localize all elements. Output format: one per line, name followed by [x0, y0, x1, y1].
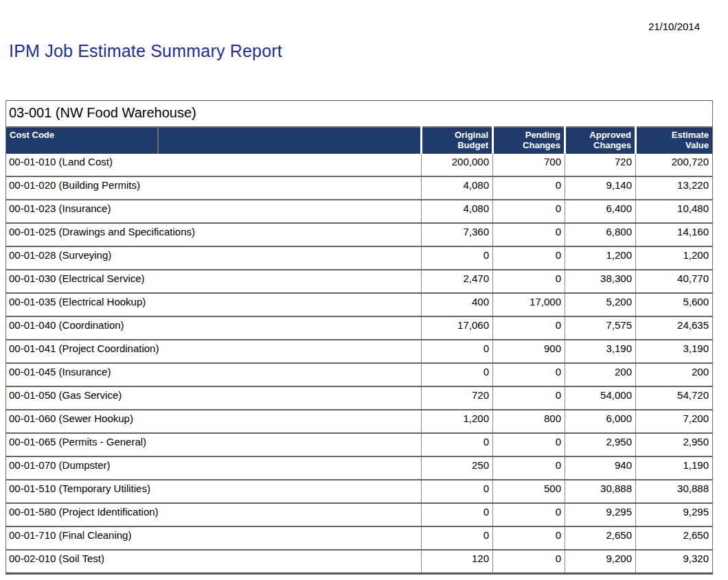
pending-changes-cell: 0	[493, 316, 565, 340]
pending-changes-cell: 0	[493, 246, 565, 270]
pending-changes-cell: 0	[493, 176, 565, 200]
approved-changes-cell: 6,400	[565, 200, 636, 223]
cost-code-cell: 00-01-070 (Dumpster)	[6, 456, 422, 480]
estimate-value-cell: 5,600	[636, 293, 713, 316]
approved-changes-cell: 720	[565, 154, 636, 176]
estimate-value-cell: 2,950	[636, 433, 713, 456]
cost-code-cell: 00-01-510 (Temporary Utilities)	[6, 480, 422, 503]
original-budget-cell: 0	[422, 480, 493, 503]
cost-code-cell: 00-01-041 (Project Coordination)	[6, 340, 422, 363]
cost-code-cell: 00-01-020 (Building Permits)	[6, 176, 422, 200]
pending-changes-cell: 700	[493, 154, 565, 176]
original-budget-cell: 17,060	[422, 316, 493, 340]
approved-changes-cell: 6,800	[565, 223, 636, 246]
table-row: 00-01-510 (Temporary Utilities) 0 500 30…	[6, 480, 713, 503]
approved-changes-cell: 30,888	[565, 480, 636, 503]
pending-changes-cell: 800	[493, 410, 565, 433]
table-row: 00-01-060 (Sewer Hookup) 1,200 800 6,000…	[6, 410, 713, 433]
estimate-value-cell: 1,200	[636, 246, 713, 270]
cost-code-cell: 00-01-040 (Coordination)	[6, 316, 422, 340]
pending-changes-cell: 0	[493, 503, 565, 526]
table-row: 00-01-040 (Coordination) 17,060 0 7,575 …	[6, 316, 713, 340]
job-header-row: 03-001 (NW Food Warehouse)	[6, 101, 713, 128]
approved-changes-cell: 7,575	[565, 316, 636, 340]
cost-code-cell: 00-01-023 (Insurance)	[6, 200, 422, 223]
cost-code-cell: 00-01-060 (Sewer Hookup)	[6, 410, 422, 433]
table-row: 00-01-045 (Insurance) 0 0 200 200	[6, 363, 713, 386]
estimate-value-cell: 9,295	[636, 503, 713, 526]
estimate-value-cell: 10,480	[636, 200, 713, 223]
column-header-approved-changes: Approved Changes	[565, 127, 636, 154]
estimate-value-cell: 14,160	[636, 223, 713, 246]
estimate-value-cell: 9,320	[636, 550, 713, 574]
original-budget-cell: 0	[422, 526, 493, 550]
approved-changes-cell: 9,200	[565, 550, 636, 574]
estimate-value-cell: 30,888	[636, 480, 713, 503]
pending-changes-cell: 0	[493, 200, 565, 223]
original-budget-cell: 0	[422, 503, 493, 526]
estimate-value-cell: 24,635	[636, 316, 713, 340]
pending-changes-cell: 0	[493, 363, 565, 386]
approved-changes-cell: 200	[565, 363, 636, 386]
estimate-value-cell: 1,190	[636, 456, 713, 480]
cost-code-cell: 00-02-010 (Soil Test)	[6, 550, 422, 574]
original-budget-cell: 720	[422, 386, 493, 410]
report-date: 21/10/2014	[648, 21, 700, 32]
pending-changes-cell: 0	[493, 456, 565, 480]
cost-code-cell: 00-01-580 (Project Identification)	[6, 503, 422, 526]
column-header-pending-changes: Pending Changes	[493, 127, 565, 154]
cost-code-cell: 00-01-010 (Land Cost)	[6, 154, 422, 176]
pending-changes-cell: 0	[493, 223, 565, 246]
cost-code-cell: 00-01-065 (Permits - General)	[6, 433, 422, 456]
table-row: 00-01-025 (Drawings and Specifications) …	[6, 223, 713, 246]
approved-changes-cell: 5,200	[565, 293, 636, 316]
table-row: 00-02-010 (Soil Test) 120 0 9,200 9,320	[6, 550, 713, 574]
pending-changes-cell: 500	[493, 480, 565, 503]
table-row: 00-01-023 (Insurance) 4,080 0 6,400 10,4…	[6, 200, 713, 223]
column-header-estimate-value: Estimate Value	[636, 127, 713, 154]
table-row: 00-01-710 (Final Cleaning) 0 0 2,650 2,6…	[6, 526, 713, 550]
cost-code-cell: 00-01-030 (Electrical Service)	[6, 270, 422, 293]
approved-changes-cell: 2,950	[565, 433, 636, 456]
estimate-value-cell: 2,650	[636, 526, 713, 550]
approved-changes-cell: 9,295	[565, 503, 636, 526]
cost-code-cell: 00-01-028 (Surveying)	[6, 246, 422, 270]
original-budget-cell: 0	[422, 433, 493, 456]
table-row: 00-01-028 (Surveying) 0 0 1,200 1,200	[6, 246, 713, 270]
estimate-value-cell: 54,720	[636, 386, 713, 410]
column-header-original-budget: Original Budget	[422, 127, 493, 154]
page-title: IPM Job Estimate Summary Report	[9, 41, 282, 61]
column-header-spacer	[158, 127, 422, 154]
estimate-value-cell: 200	[636, 363, 713, 386]
pending-changes-cell: 17,000	[493, 293, 565, 316]
table-row: 00-01-010 (Land Cost) 200,000 700 720 20…	[6, 154, 713, 176]
pending-changes-cell: 0	[493, 270, 565, 293]
cost-code-cell: 00-01-045 (Insurance)	[6, 363, 422, 386]
original-budget-cell: 400	[422, 293, 493, 316]
table-row: 00-01-580 (Project Identification) 0 0 9…	[6, 503, 713, 526]
approved-changes-cell: 6,000	[565, 410, 636, 433]
table-row: 00-01-041 (Project Coordination) 0 900 3…	[6, 340, 713, 363]
approved-changes-cell: 38,300	[565, 270, 636, 293]
original-budget-cell: 7,360	[422, 223, 493, 246]
estimate-value-cell: 7,200	[636, 410, 713, 433]
report-page: 21/10/2014 IPM Job Estimate Summary Repo…	[0, 0, 728, 580]
original-budget-cell: 0	[422, 363, 493, 386]
pending-changes-cell: 0	[493, 433, 565, 456]
pending-changes-cell: 0	[493, 526, 565, 550]
table-row: 00-01-020 (Building Permits) 4,080 0 9,1…	[6, 176, 713, 200]
pending-changes-cell: 0	[493, 550, 565, 574]
table-row: 00-01-030 (Electrical Service) 2,470 0 3…	[6, 270, 713, 293]
table-row: 00-01-070 (Dumpster) 250 0 940 1,190	[6, 456, 713, 480]
cost-code-cell: 00-01-710 (Final Cleaning)	[6, 526, 422, 550]
table-body: 00-01-010 (Land Cost) 200,000 700 720 20…	[6, 154, 713, 574]
approved-changes-cell: 940	[565, 456, 636, 480]
original-budget-cell: 0	[422, 246, 493, 270]
approved-changes-cell: 9,140	[565, 176, 636, 200]
original-budget-cell: 2,470	[422, 270, 493, 293]
cost-code-cell: 00-01-050 (Gas Service)	[6, 386, 422, 410]
original-budget-cell: 4,080	[422, 200, 493, 223]
original-budget-cell: 1,200	[422, 410, 493, 433]
approved-changes-cell: 54,000	[565, 386, 636, 410]
original-budget-cell: 0	[422, 340, 493, 363]
